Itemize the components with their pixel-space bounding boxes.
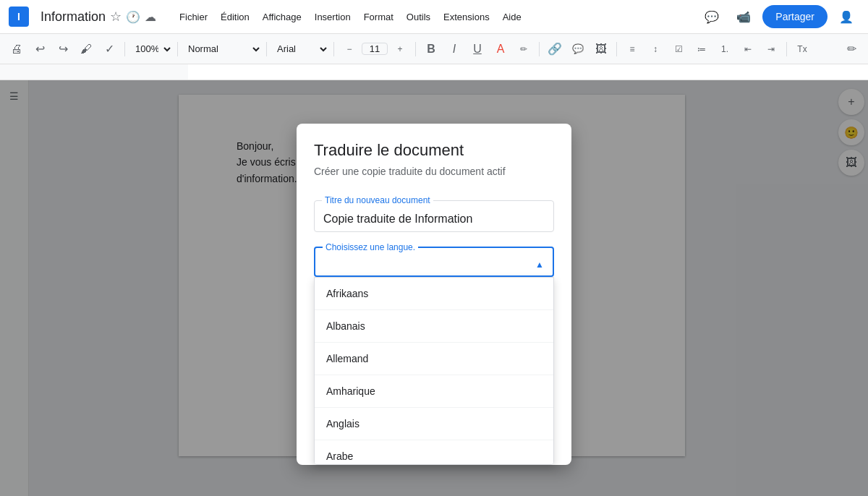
doc-title: Information xyxy=(41,9,106,25)
language-dropdown[interactable]: Choisissez une langue. ▲ xyxy=(314,247,554,277)
italic-icon[interactable]: I xyxy=(443,38,465,60)
menu-extensions[interactable]: Extensions xyxy=(438,9,495,25)
checklist-icon[interactable]: ☑ xyxy=(668,38,689,60)
language-allemand[interactable]: Allemand xyxy=(315,343,553,375)
undo-icon[interactable]: ↩ xyxy=(29,38,51,60)
separator-2 xyxy=(177,42,178,56)
numbered-list-icon[interactable]: 1. xyxy=(714,38,736,60)
spellcheck-icon[interactable]: ✓ xyxy=(98,38,120,60)
title-field-label: Titre du nouveau document xyxy=(322,195,433,205)
print-icon[interactable]: 🖨 xyxy=(6,38,27,60)
top-bar: I Information ☆ 🕐 ☁ Fichier Édition Affi… xyxy=(0,0,868,34)
modal-body: Titre du nouveau document Choisissez une… xyxy=(297,200,571,277)
underline-icon[interactable]: U xyxy=(467,38,488,60)
video-icon[interactable]: 📹 xyxy=(731,4,757,30)
separator-7 xyxy=(616,42,617,56)
indent-decrease-icon[interactable]: ⇤ xyxy=(737,38,759,60)
title-field: Titre du nouveau document xyxy=(314,200,554,232)
menu-outils[interactable]: Outils xyxy=(401,9,436,25)
doc-title-area: Information ☆ 🕐 ☁ xyxy=(41,9,156,25)
language-list: Afrikaans Albanais Allemand Amharique An… xyxy=(314,277,554,465)
account-icon[interactable]: 👤 xyxy=(833,4,859,30)
language-anglais[interactable]: Anglais xyxy=(315,408,553,440)
modal-header: Traduire le document Créer une copie tra… xyxy=(297,124,571,200)
cloud-icon[interactable]: ☁ xyxy=(145,10,156,24)
clear-format-icon[interactable]: Tx xyxy=(791,38,813,60)
separator-8 xyxy=(786,42,787,56)
modal-overlay: Traduire le document Créer une copie tra… xyxy=(0,80,868,496)
text-color-icon[interactable]: A xyxy=(490,38,511,60)
align-icon[interactable]: ≡ xyxy=(621,38,643,60)
paint-format-icon[interactable]: 🖌 xyxy=(75,38,97,60)
style-select[interactable]: Normal xyxy=(182,38,262,60)
ruler xyxy=(0,64,868,80)
redo-icon[interactable]: ↪ xyxy=(52,38,74,60)
comment-icon[interactable]: 💬 xyxy=(567,38,589,60)
menu-aide[interactable]: Aide xyxy=(497,9,527,25)
mode-icon[interactable]: ✏ xyxy=(841,38,862,60)
top-bar-actions: 💬 📹 Partager 👤 xyxy=(699,4,859,30)
image-icon[interactable]: 🖼 xyxy=(590,38,612,60)
link-icon[interactable]: 🔗 xyxy=(544,38,566,60)
chevron-up-icon: ▲ xyxy=(535,260,544,270)
app-icon: I xyxy=(9,7,29,27)
menu-fichier[interactable]: Fichier xyxy=(174,9,213,25)
font-size-decrease-icon[interactable]: − xyxy=(339,38,360,60)
menu-bar: Fichier Édition Affichage Insertion Form… xyxy=(174,9,527,25)
language-dropdown-label: Choisissez une langue. xyxy=(323,242,418,252)
language-arabe[interactable]: Arabe xyxy=(315,440,553,465)
font-size-increase-icon[interactable]: + xyxy=(389,38,411,60)
separator-1 xyxy=(124,42,125,56)
main-area: ☰ Bonjour, Je vous écris a d'information… xyxy=(0,80,868,496)
modal-subtitle: Créer une copie traduite du document act… xyxy=(314,166,554,177)
font-select[interactable]: Arial xyxy=(271,38,329,60)
language-afrikaans[interactable]: Afrikaans xyxy=(315,278,553,310)
highlight-icon[interactable]: ✏ xyxy=(513,38,535,60)
menu-edition[interactable]: Édition xyxy=(215,9,255,25)
language-albanais[interactable]: Albanais xyxy=(315,310,553,343)
ruler-inner xyxy=(188,64,868,80)
separator-4 xyxy=(333,42,334,56)
comments-icon[interactable]: 💬 xyxy=(699,4,725,30)
star-icon[interactable]: ☆ xyxy=(110,9,122,25)
separator-6 xyxy=(539,42,540,56)
partager-button[interactable]: Partager xyxy=(762,5,827,28)
menu-insertion[interactable]: Insertion xyxy=(309,9,357,25)
title-field-input[interactable] xyxy=(323,213,545,226)
history-icon[interactable]: 🕐 xyxy=(126,10,140,24)
dropdown-value: ▲ xyxy=(324,260,544,270)
font-size-input[interactable] xyxy=(362,43,388,55)
line-spacing-icon[interactable]: ↕ xyxy=(644,38,666,60)
separator-5 xyxy=(415,42,416,56)
toolbar: 🖨 ↩ ↪ 🖌 ✓ 100% Normal Arial − + B I U A … xyxy=(0,34,868,64)
indent-increase-icon[interactable]: ⇥ xyxy=(760,38,782,60)
menu-affichage[interactable]: Affichage xyxy=(257,9,307,25)
language-amharique[interactable]: Amharique xyxy=(315,375,553,408)
zoom-select[interactable]: 100% xyxy=(129,38,173,60)
separator-3 xyxy=(266,42,267,56)
menu-format[interactable]: Format xyxy=(358,9,399,25)
translate-modal: Traduire le document Créer une copie tra… xyxy=(297,124,571,465)
bold-icon[interactable]: B xyxy=(420,38,442,60)
list-icon[interactable]: ≔ xyxy=(691,38,712,60)
modal-title: Traduire le document xyxy=(314,141,554,160)
